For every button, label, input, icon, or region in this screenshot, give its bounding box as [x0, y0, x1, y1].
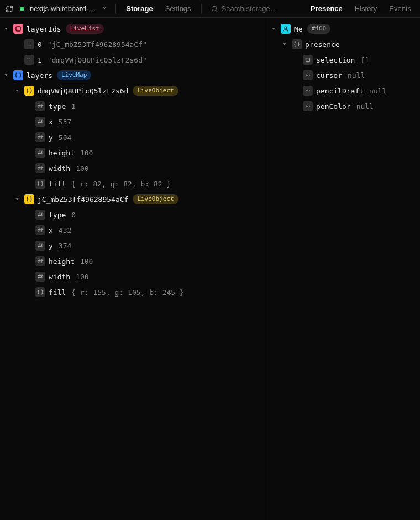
- prop-value: 0: [71, 211, 76, 219]
- object-icon: [24, 194, 34, 204]
- divider: [201, 4, 202, 14]
- divider: [116, 4, 116, 14]
- svg-point-56: [309, 90, 310, 91]
- prop-value: 100: [80, 149, 93, 157]
- prop-row[interactable]: type 0: [0, 207, 267, 222]
- number-icon: [35, 256, 45, 266]
- node-layer-object[interactable]: jC_mbZ53Tf49628954aCf LiveObject: [0, 191, 267, 207]
- reload-button[interactable]: [4, 4, 14, 14]
- tab-history[interactable]: History: [350, 4, 381, 13]
- svg-line-44: [41, 275, 42, 279]
- svg-point-51: [306, 75, 307, 76]
- prop-key: height: [49, 149, 75, 157]
- search-input[interactable]: [222, 4, 282, 13]
- prop-row[interactable]: fill { r: 82, g: 82, b: 82 }: [0, 176, 267, 191]
- string-icon: [24, 39, 34, 49]
- caret-down-icon[interactable]: [281, 40, 288, 48]
- string-icon: [24, 55, 34, 65]
- prop-value: 504: [59, 133, 71, 142]
- node-presence[interactable]: presence: [267, 37, 420, 52]
- caret-down-icon[interactable]: [2, 25, 10, 33]
- object-icon: [35, 179, 45, 189]
- prop-key: y: [49, 133, 53, 142]
- prop-value: 374: [59, 242, 71, 250]
- prop-key: x: [49, 118, 53, 126]
- prop-value: []: [360, 56, 369, 64]
- prop-value: 1: [71, 102, 76, 111]
- tab-settings[interactable]: Settings: [161, 4, 196, 13]
- prop-row[interactable]: height 100: [0, 253, 267, 269]
- prop-value: 100: [76, 273, 88, 281]
- tab-presence[interactable]: Presence: [306, 4, 347, 13]
- svg-point-52: [307, 75, 308, 76]
- badge-livemap: LiveMap: [57, 70, 91, 80]
- list-item[interactable]: 0 jC_mbZ53Tf49628954aCf: [0, 37, 267, 52]
- tab-storage[interactable]: Storage: [122, 4, 157, 13]
- svg-line-14: [39, 136, 39, 139]
- list-icon: [13, 24, 23, 34]
- prop-row[interactable]: x 432: [0, 222, 267, 238]
- caret-down-icon[interactable]: [270, 25, 277, 33]
- svg-point-53: [309, 75, 310, 76]
- caret-down-icon[interactable]: [13, 87, 21, 95]
- svg-line-27: [39, 213, 39, 217]
- room-name[interactable]: nextjs-whiteboard-…: [30, 4, 96, 13]
- svg-marker-2: [5, 28, 8, 29]
- node-layers[interactable]: layers LiveMap: [0, 67, 267, 83]
- item-index: 1: [38, 56, 42, 64]
- prop-row[interactable]: penColor null: [267, 98, 420, 114]
- prop-row[interactable]: pencilDraft null: [267, 83, 420, 98]
- prop-row[interactable]: y 374: [0, 238, 267, 253]
- node-key: Me: [294, 25, 303, 33]
- prop-row[interactable]: width 100: [0, 269, 267, 284]
- prop-key: y: [49, 242, 53, 250]
- prop-value: null: [348, 71, 365, 80]
- node-me[interactable]: Me #400: [267, 21, 420, 37]
- tab-events[interactable]: Events: [385, 4, 416, 13]
- search-icon: [211, 5, 218, 13]
- node-key: layerIds: [27, 25, 61, 33]
- svg-point-57: [306, 106, 307, 107]
- node-layerids[interactable]: layerIds LiveList: [0, 21, 267, 37]
- prop-key: pencilDraft: [316, 87, 364, 95]
- node-layer-object[interactable]: dmgVWjQ8UPicQ5lzF2s6d LiveObject: [0, 83, 267, 98]
- prop-row[interactable]: fill { r: 155, g: 105, b: 245 }: [0, 284, 267, 300]
- topbar: nextjs-whiteboard-… Storage Settings Pre…: [0, 0, 420, 18]
- prop-row[interactable]: x 537: [0, 114, 267, 129]
- caret-down-icon[interactable]: [13, 195, 21, 203]
- number-icon: [35, 272, 45, 282]
- prop-key: width: [49, 273, 70, 281]
- svg-line-39: [39, 259, 39, 263]
- prop-row[interactable]: selection []: [267, 52, 420, 67]
- prop-row[interactable]: cursor null: [267, 67, 420, 83]
- search-input-wrap[interactable]: [207, 4, 286, 13]
- status-dot-icon: [20, 7, 24, 11]
- number-icon: [35, 117, 45, 127]
- svg-line-7: [41, 105, 42, 108]
- layer-id: jC_mbZ53Tf49628954aCf: [38, 195, 128, 204]
- svg-point-55: [307, 90, 308, 91]
- room-menu-button[interactable]: [99, 4, 110, 13]
- number-icon: [35, 163, 45, 173]
- svg-marker-5: [16, 90, 19, 91]
- prop-row[interactable]: type 1: [0, 98, 267, 114]
- prop-value: { r: 82, g: 82, b: 82 }: [71, 180, 171, 188]
- list-item[interactable]: 1 dmgVWjQ8UPicQ5lzF2s6d: [0, 52, 267, 67]
- null-icon: [303, 101, 313, 111]
- caret-down-icon[interactable]: [2, 71, 10, 79]
- presence-pane: Me #400 presence selection [] cu: [267, 18, 420, 520]
- svg-line-35: [39, 244, 39, 248]
- svg-rect-3: [16, 27, 20, 31]
- prop-row[interactable]: y 504: [0, 129, 267, 145]
- svg-line-10: [39, 120, 39, 124]
- chevron-down-icon: [101, 4, 108, 11]
- svg-line-32: [41, 228, 42, 232]
- prop-row[interactable]: height 100: [0, 145, 267, 160]
- node-key: presence: [305, 40, 340, 49]
- prop-row[interactable]: width 100: [0, 160, 267, 176]
- svg-point-48: [285, 27, 287, 29]
- null-icon: [303, 70, 313, 80]
- prop-value: 537: [59, 118, 71, 126]
- prop-key: penColor: [316, 102, 351, 111]
- prop-key: type: [49, 211, 66, 219]
